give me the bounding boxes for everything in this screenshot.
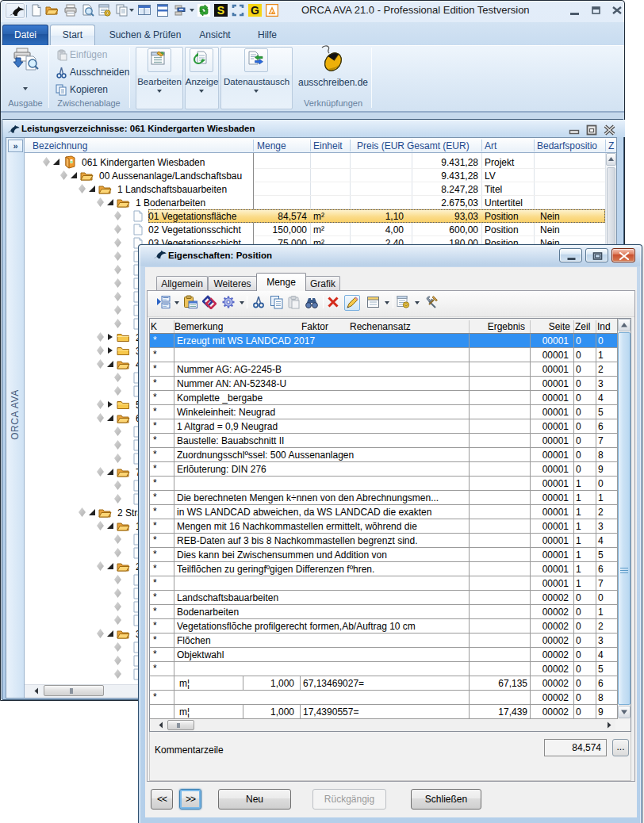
- svg-text:S: S: [217, 4, 224, 17]
- svg-text:G: G: [251, 4, 259, 17]
